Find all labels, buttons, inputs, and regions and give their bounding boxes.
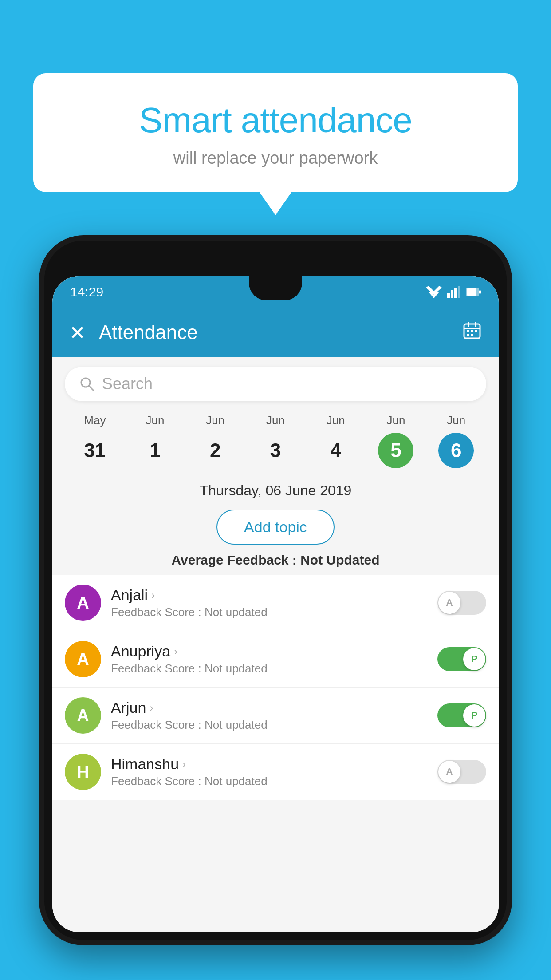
student-info: Arjun ›Feedback Score : Not updated [111,699,428,732]
power-button [508,418,512,471]
student-list: AAnjali ›Feedback Score : Not updatedAAA… [52,575,499,800]
feedback-value: Not updated [205,718,268,731]
svg-rect-4 [454,288,457,298]
student-name: Arjun › [111,699,428,716]
student-item[interactable]: AAnjali ›Feedback Score : Not updatedA [52,575,499,631]
student-feedback: Feedback Score : Not updated [111,662,428,676]
date-number: 31 [77,433,113,468]
date-scroll: May31Jun1Jun2Jun3Jun4Jun5Jun6 [52,401,499,468]
toggle-knob: A [438,592,460,614]
svg-rect-2 [447,293,450,298]
attendance-toggle[interactable]: A [437,760,486,784]
feedback-value: Not updated [205,605,268,619]
attendance-toggle[interactable]: A [437,591,486,615]
toggle-knob: A [438,761,460,783]
student-feedback: Feedback Score : Not updated [111,605,428,619]
add-topic-button[interactable]: Add topic [216,510,335,545]
date-item[interactable]: Jun5 [366,414,426,468]
attendance-toggle[interactable]: P [437,703,486,727]
date-month: Jun [245,414,306,427]
selected-date-label: Thursday, 06 June 2019 [52,482,499,499]
bubble-subtitle: will replace your paperwork [55,149,496,168]
date-item[interactable]: Jun6 [426,414,486,468]
avg-feedback-value: Not Updated [300,553,379,567]
search-placeholder: Search [102,375,153,393]
date-item[interactable]: Jun1 [125,414,185,468]
date-number: 3 [258,433,293,468]
attendance-toggle[interactable]: P [437,647,486,671]
avatar: A [65,697,101,734]
battery-icon [466,286,481,298]
date-number: 1 [138,433,173,468]
date-month: Jun [125,414,185,427]
student-feedback: Feedback Score : Not updated [111,775,428,788]
svg-rect-16 [467,334,469,336]
status-time: 14:29 [70,285,103,300]
close-button[interactable]: ✕ [69,321,86,344]
date-month: Jun [185,414,245,427]
student-item[interactable]: AArjun ›Feedback Score : Not updatedP [52,688,499,744]
avg-feedback: Average Feedback : Not Updated [52,553,499,568]
avg-feedback-prefix: Average Feedback : [171,553,300,567]
feedback-value: Not updated [205,775,268,788]
date-number: 6 [438,433,474,468]
student-info: Anupriya ›Feedback Score : Not updated [111,643,428,676]
bubble-title: Smart attendance [55,100,496,141]
student-info: Himanshu ›Feedback Score : Not updated [111,755,428,788]
date-number: 5 [378,433,413,468]
chevron-icon: › [174,645,177,658]
svg-rect-5 [458,286,460,298]
date-item[interactable]: Jun2 [185,414,245,468]
student-feedback: Feedback Score : Not updated [111,718,428,732]
phone-mockup: 14:29 [39,235,512,980]
screen-inner: 14:29 [52,276,499,932]
chevron-icon: › [182,758,186,771]
toggle-knob: P [463,704,485,727]
student-name: Anjali › [111,586,428,604]
avatar: H [65,754,101,790]
svg-rect-8 [479,290,481,294]
chevron-icon: › [150,702,153,714]
toggle-knob: P [463,648,485,670]
date-month: Jun [306,414,366,427]
student-name: Himanshu › [111,755,428,773]
volume-up-button [39,427,43,471]
speech-bubble: Smart attendance will replace your paper… [33,73,518,192]
avatar: A [65,585,101,621]
svg-rect-3 [451,290,453,298]
date-item[interactable]: May31 [65,414,125,468]
mute-button [39,383,43,414]
student-info: Anjali ›Feedback Score : Not updated [111,586,428,619]
search-bar[interactable]: Search [65,367,486,401]
calendar-button[interactable] [462,320,482,344]
status-icons [426,286,481,298]
svg-rect-13 [467,330,469,332]
date-month: Jun [426,414,486,427]
phone-screen: 14:29 [52,276,499,932]
svg-rect-15 [475,330,477,332]
svg-rect-7 [467,288,476,296]
student-name: Anupriya › [111,643,428,660]
date-month: May [65,414,125,427]
app-bar: ✕ Attendance [52,308,499,357]
signal-icon [447,286,460,298]
calendar-icon [462,320,482,340]
svg-marker-1 [426,286,442,295]
date-number: 2 [197,433,233,468]
date-item[interactable]: Jun3 [245,414,306,468]
date-number: 4 [318,433,354,468]
notch [249,276,302,300]
date-item[interactable]: Jun4 [306,414,366,468]
search-icon [79,376,95,392]
app-bar-title: Attendance [99,321,449,344]
svg-rect-17 [471,334,473,336]
avatar: A [65,641,101,677]
date-month: Jun [366,414,426,427]
student-item[interactable]: HHimanshu ›Feedback Score : Not updatedA [52,744,499,800]
student-item[interactable]: AAnupriya ›Feedback Score : Not updatedP [52,631,499,688]
chevron-icon: › [151,589,155,601]
phone-body: 14:29 [39,235,512,945]
volume-down-button [39,480,43,525]
wifi-icon [426,286,442,298]
feedback-value: Not updated [205,662,268,675]
